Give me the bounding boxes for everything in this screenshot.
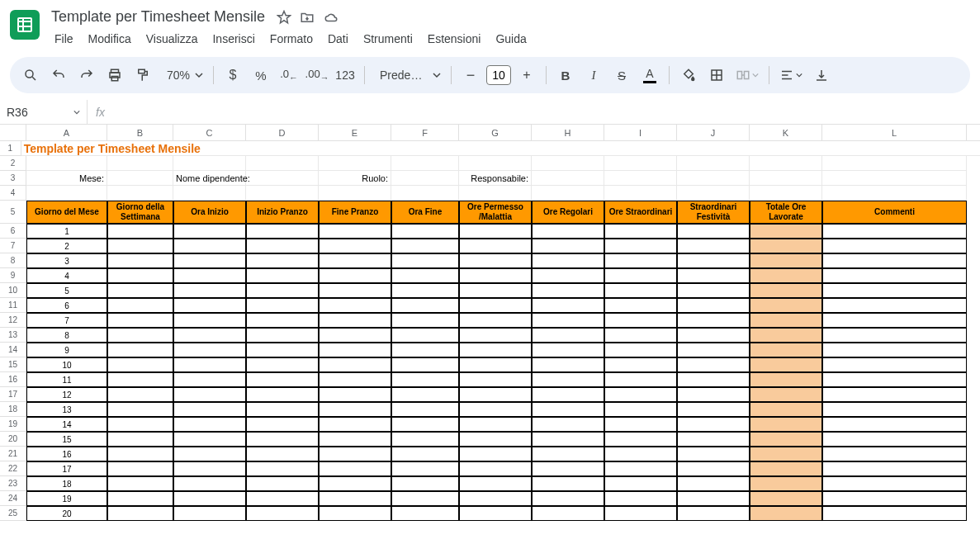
cell[interactable] bbox=[173, 432, 246, 447]
cell[interactable] bbox=[173, 156, 246, 171]
bold-icon[interactable]: B bbox=[553, 63, 578, 88]
cell[interactable] bbox=[107, 491, 173, 506]
cell[interactable] bbox=[677, 313, 750, 328]
cell[interactable] bbox=[107, 387, 173, 402]
cell[interactable] bbox=[107, 298, 173, 313]
cell[interactable] bbox=[391, 224, 459, 239]
cell[interactable] bbox=[319, 343, 391, 357]
cell[interactable] bbox=[391, 298, 459, 313]
cell[interactable] bbox=[570, 141, 628, 156]
cell[interactable] bbox=[532, 476, 604, 491]
cell[interactable] bbox=[246, 357, 319, 372]
cell[interactable] bbox=[107, 239, 173, 253]
cell[interactable] bbox=[391, 491, 459, 506]
cell[interactable] bbox=[459, 402, 532, 417]
cell[interactable] bbox=[319, 447, 391, 461]
text-color-icon[interactable]: A bbox=[637, 63, 662, 88]
cell[interactable] bbox=[750, 313, 822, 328]
cell[interactable] bbox=[677, 239, 750, 253]
cell[interactable] bbox=[822, 239, 967, 253]
cell[interactable] bbox=[107, 357, 173, 372]
cell[interactable] bbox=[391, 156, 459, 171]
cell[interactable] bbox=[822, 156, 967, 171]
cell[interactable] bbox=[173, 372, 246, 387]
row-header[interactable]: 23 bbox=[0, 476, 26, 491]
cell[interactable] bbox=[391, 432, 459, 447]
cell[interactable] bbox=[604, 476, 677, 491]
col-header[interactable]: E bbox=[319, 125, 391, 140]
cell[interactable] bbox=[319, 387, 391, 402]
cell[interactable] bbox=[173, 491, 246, 506]
cell[interactable] bbox=[246, 491, 319, 506]
row-header[interactable]: 20 bbox=[0, 432, 26, 447]
row-header[interactable]: 7 bbox=[0, 239, 26, 253]
cell[interactable] bbox=[319, 186, 391, 201]
cell[interactable]: 2 bbox=[26, 239, 107, 253]
cell[interactable] bbox=[107, 283, 173, 298]
name-box[interactable]: R36 bbox=[0, 100, 88, 124]
cell[interactable] bbox=[822, 268, 967, 283]
cell[interactable] bbox=[246, 298, 319, 313]
cell[interactable] bbox=[822, 298, 967, 313]
cell[interactable]: 12 bbox=[26, 387, 107, 402]
cell[interactable] bbox=[677, 186, 750, 201]
cell[interactable] bbox=[319, 417, 391, 432]
cell[interactable] bbox=[319, 156, 391, 171]
cell[interactable] bbox=[319, 298, 391, 313]
row-header[interactable]: 1 bbox=[0, 141, 21, 156]
row-header[interactable]: 13 bbox=[0, 328, 26, 343]
cell[interactable] bbox=[604, 506, 677, 521]
cell[interactable] bbox=[319, 253, 391, 268]
cell[interactable] bbox=[532, 298, 604, 313]
cell[interactable]: Giorno della Settimana bbox=[107, 201, 173, 224]
cell[interactable] bbox=[822, 506, 967, 521]
cell[interactable] bbox=[246, 224, 319, 239]
cell[interactable] bbox=[246, 402, 319, 417]
cell[interactable]: 4 bbox=[26, 268, 107, 283]
cell[interactable] bbox=[107, 432, 173, 447]
cell[interactable] bbox=[391, 283, 459, 298]
cell[interactable] bbox=[677, 156, 750, 171]
cell[interactable] bbox=[459, 283, 532, 298]
row-header[interactable]: 22 bbox=[0, 461, 26, 476]
cell[interactable] bbox=[750, 417, 822, 432]
cell[interactable] bbox=[677, 283, 750, 298]
cell[interactable] bbox=[604, 461, 677, 476]
cell[interactable] bbox=[391, 372, 459, 387]
borders-icon[interactable] bbox=[704, 63, 729, 88]
cell[interactable] bbox=[391, 171, 459, 186]
cell[interactable]: 10 bbox=[26, 357, 107, 372]
cell[interactable] bbox=[822, 402, 967, 417]
cell[interactable] bbox=[391, 239, 459, 253]
number-format-icon[interactable]: 123 bbox=[333, 63, 357, 88]
menu-tools[interactable]: Strumenti bbox=[357, 29, 419, 49]
cell[interactable] bbox=[822, 313, 967, 328]
cell[interactable] bbox=[107, 253, 173, 268]
cell[interactable] bbox=[604, 268, 677, 283]
cell[interactable] bbox=[107, 461, 173, 476]
cell[interactable] bbox=[391, 461, 459, 476]
cell[interactable] bbox=[246, 283, 319, 298]
cell[interactable] bbox=[319, 283, 391, 298]
cell[interactable] bbox=[750, 328, 822, 343]
cell[interactable] bbox=[319, 491, 391, 506]
cell[interactable] bbox=[677, 491, 750, 506]
cell[interactable] bbox=[107, 268, 173, 283]
fill-color-icon[interactable] bbox=[676, 63, 701, 88]
cell[interactable] bbox=[604, 417, 677, 432]
cell[interactable]: Totale Ore Lavorate bbox=[750, 201, 822, 224]
cell[interactable] bbox=[750, 402, 822, 417]
cell[interactable] bbox=[319, 402, 391, 417]
cell[interactable] bbox=[319, 432, 391, 447]
cell[interactable] bbox=[822, 372, 967, 387]
cloud-status-icon[interactable] bbox=[323, 10, 339, 25]
cell[interactable] bbox=[246, 461, 319, 476]
cell[interactable] bbox=[604, 328, 677, 343]
cell[interactable] bbox=[677, 328, 750, 343]
cell[interactable] bbox=[750, 171, 822, 186]
cell[interactable] bbox=[604, 343, 677, 357]
cell[interactable] bbox=[391, 417, 459, 432]
cell[interactable] bbox=[391, 506, 459, 521]
cell[interactable] bbox=[677, 402, 750, 417]
cell[interactable] bbox=[750, 268, 822, 283]
